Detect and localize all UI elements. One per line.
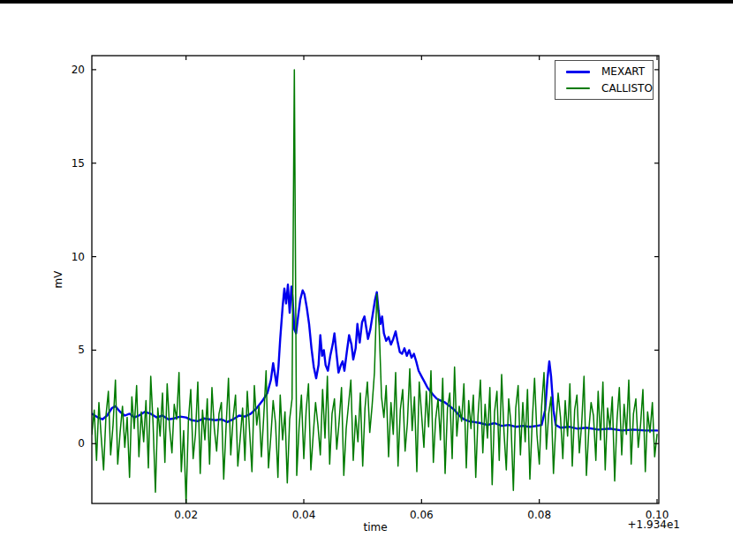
- x-tick-label: 0.08: [527, 509, 551, 521]
- x-tick-label: 0.04: [292, 509, 316, 521]
- legend-item-callisto: CALLISTO: [566, 83, 653, 94]
- y-tick-label: 20: [72, 64, 85, 76]
- x-tick-label: 0.02: [174, 509, 198, 521]
- legend-label-mexart: MEXART: [601, 66, 645, 77]
- legend-label-callisto: CALLISTO: [601, 83, 653, 94]
- y-tick-label: 5: [78, 344, 85, 356]
- mexart-line-swatch: [566, 71, 590, 73]
- legend-item-mexart: MEXART: [566, 66, 653, 77]
- legend: MEXART CALLISTO: [555, 60, 654, 100]
- x-tick-label: 0.06: [410, 509, 434, 521]
- x-axis-offset-label: +1.934e1: [628, 518, 680, 531]
- y-axis-label: mV: [52, 270, 64, 289]
- x-axis-label: time: [363, 521, 387, 534]
- y-tick-label: 0: [78, 437, 85, 450]
- y-tick-label: 10: [72, 251, 85, 263]
- y-tick-label: 15: [72, 157, 85, 170]
- callisto-line: [92, 70, 657, 503]
- callisto-line-swatch: [566, 87, 590, 89]
